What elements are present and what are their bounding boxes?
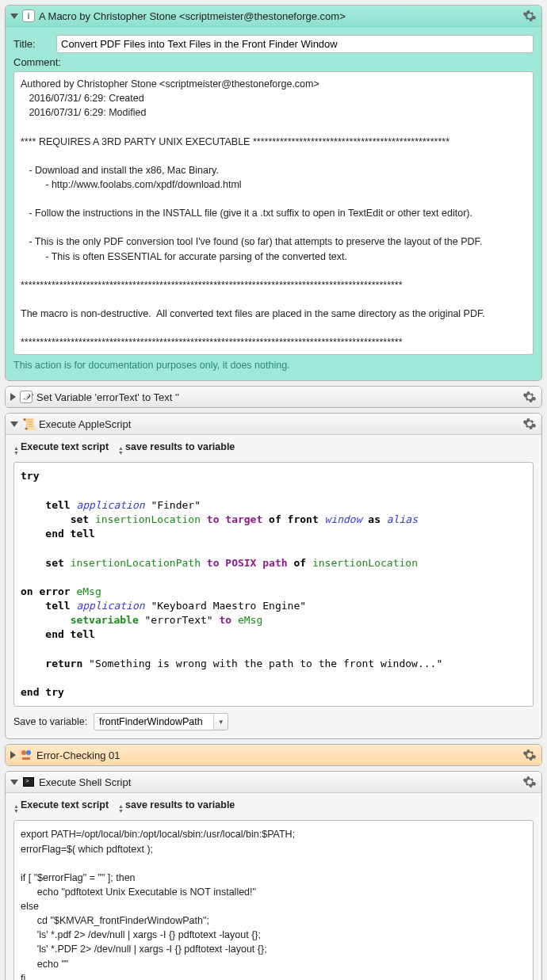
applescript-icon: 📜 (22, 418, 35, 430)
save-variable-input[interactable] (94, 713, 228, 730)
stepper-icon: ▲▼ (13, 446, 19, 456)
error-checking-1-action: Error-Checking 01 (5, 744, 542, 766)
applescript-header[interactable]: 📜 Execute AppleScript (6, 414, 541, 435)
stepper-icon: ▲▼ (118, 446, 124, 456)
svg-point-1 (26, 750, 31, 755)
disclosure-triangle-icon[interactable] (10, 421, 18, 427)
comment-body: Title: Comment: Authored by Christopher … (6, 27, 541, 380)
shell-header[interactable]: Execute Shell Script (6, 772, 541, 793)
set-variable-header[interactable]: 𝒳 Set Variable 'errorText' to Text '' (6, 387, 541, 407)
applescript-code[interactable]: try tell application "Finder" set insert… (13, 462, 534, 707)
chevron-down-icon[interactable]: ▼ (213, 714, 228, 730)
disclosure-triangle-icon[interactable] (10, 13, 18, 19)
set-variable-action: 𝒳 Set Variable 'errorText' to Text '' (5, 386, 542, 408)
shell-title: Execute Shell Script (39, 776, 518, 788)
doc-note: This action is for documentation purpose… (13, 355, 534, 372)
error-checking-1-title: Error-Checking 01 (36, 749, 518, 761)
gear-icon[interactable] (522, 390, 537, 404)
result-handling-select[interactable]: ▲▼save results to variable (118, 799, 235, 814)
applescript-action: 📜 Execute AppleScript ▲▼Execute text scr… (5, 413, 542, 739)
group-icon (20, 749, 33, 761)
title-input[interactable] (56, 35, 534, 53)
svg-rect-2 (22, 757, 30, 760)
variable-icon: 𝒳 (20, 391, 33, 403)
disclosure-triangle-icon[interactable] (10, 780, 18, 785)
svg-point-0 (21, 750, 26, 755)
script-type-select[interactable]: ▲▼Execute text script (13, 441, 109, 456)
shell-action: Execute Shell Script ▲▼Execute text scri… (5, 771, 542, 980)
stepper-icon: ▲▼ (13, 804, 19, 814)
disclosure-triangle-icon[interactable] (10, 393, 16, 401)
save-label: Save to variable: (13, 716, 87, 727)
gear-icon[interactable] (522, 775, 537, 789)
title-label: Title: (13, 38, 50, 50)
applescript-title: Execute AppleScript (39, 418, 518, 430)
gear-icon[interactable] (522, 417, 537, 431)
set-variable-title: Set Variable 'errorText' to Text '' (36, 391, 518, 403)
terminal-icon (22, 776, 35, 788)
info-icon: i (22, 10, 35, 22)
comment-textarea[interactable]: Authored by Christopher Stone <scriptmei… (13, 71, 534, 355)
disclosure-triangle-icon[interactable] (10, 751, 16, 759)
applescript-body: ▲▼Execute text script ▲▼save results to … (6, 435, 541, 738)
stepper-icon: ▲▼ (118, 804, 124, 814)
shell-code[interactable]: export PATH=/opt/local/bin:/opt/local/sb… (13, 820, 534, 980)
comment-header[interactable]: i A Macro by Christopher Stone <scriptme… (6, 6, 541, 27)
error-checking-1-header[interactable]: Error-Checking 01 (6, 745, 541, 765)
script-type-select[interactable]: ▲▼Execute text script (13, 799, 109, 814)
gear-icon[interactable] (522, 748, 537, 762)
shell-body: ▲▼Execute text script ▲▼save results to … (6, 793, 541, 980)
result-handling-select[interactable]: ▲▼save results to variable (118, 441, 235, 456)
comment-header-title: A Macro by Christopher Stone <scriptmeis… (39, 10, 518, 22)
comment-action: i A Macro by Christopher Stone <scriptme… (5, 5, 542, 381)
gear-icon[interactable] (522, 9, 537, 23)
comment-label: Comment: (13, 56, 61, 68)
